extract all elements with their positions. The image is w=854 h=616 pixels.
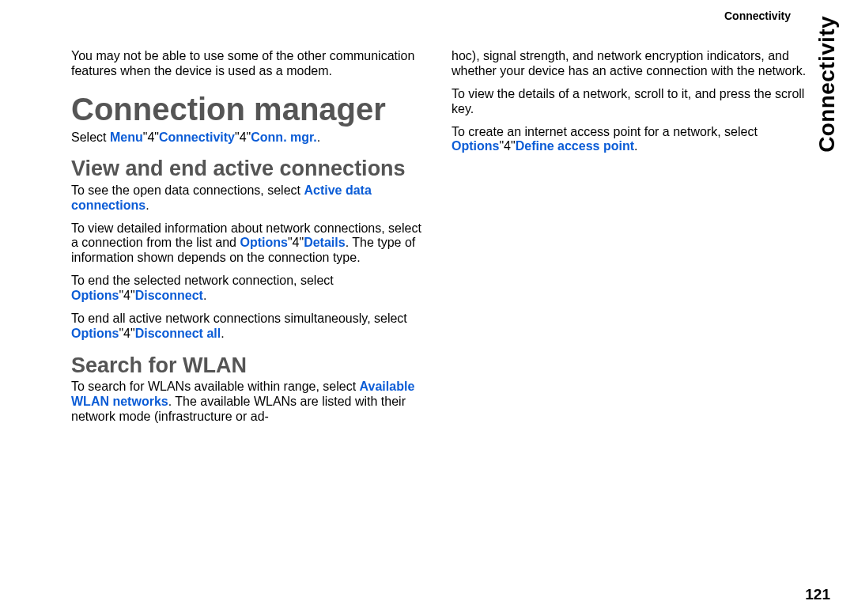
column-left: You may not be able to use some of the o… xyxy=(71,49,426,433)
subheading-search-wlan: Search for WLAN xyxy=(71,354,426,376)
text-period: . xyxy=(145,198,149,212)
text: To search for WLANs available within ran… xyxy=(71,380,360,393)
nav-menu: Menu xyxy=(110,130,143,144)
kw-details: Details xyxy=(304,236,345,249)
section-title: Connection manager xyxy=(71,93,426,126)
text: To see the open data connections, select xyxy=(71,183,304,197)
nav-conn-mgr: Conn. mgr. xyxy=(251,130,317,144)
nav-select-text: Select xyxy=(71,130,110,144)
intro-paragraph: You may not be able to use some of the o… xyxy=(71,49,426,79)
column-right: hoc), signal strength, and network encry… xyxy=(452,49,807,433)
kw-options: Options xyxy=(71,289,119,302)
para-details: To view detailed information about netwo… xyxy=(71,221,426,266)
nav-sep-2: "4" xyxy=(235,130,251,144)
text: To create an internet access point for a… xyxy=(452,125,758,138)
side-tab-label: Connectivity xyxy=(814,16,840,153)
sep: "4" xyxy=(119,289,134,302)
nav-period: . xyxy=(317,130,320,144)
text: To end all active network connections si… xyxy=(71,312,407,325)
kw-options: Options xyxy=(71,327,119,340)
para-view-details: To view the details of a network, scroll… xyxy=(452,87,807,117)
text-period: . xyxy=(203,289,206,302)
kw-disconnect-all: Disconnect all xyxy=(135,327,221,340)
nav-sep-1: "4" xyxy=(143,130,159,144)
kw-options: Options xyxy=(240,236,287,249)
kw-define-access-point: Define access point xyxy=(516,139,634,153)
para-create-access-point: To create an internet access point for a… xyxy=(452,125,807,155)
sep: "4" xyxy=(288,236,304,249)
para-active-data: To see the open data connections, select… xyxy=(71,183,426,214)
text-period: . xyxy=(221,327,224,340)
para-wlan-continued: hoc), signal strength, and network encry… xyxy=(452,49,807,79)
kw-disconnect: Disconnect xyxy=(135,289,203,302)
sep: "4" xyxy=(119,327,134,340)
para-wlan-search: To search for WLANs available within ran… xyxy=(71,380,426,425)
manual-page: Connectivity Connectivity 121 You may no… xyxy=(0,0,854,616)
page-number: 121 xyxy=(805,586,830,603)
running-header: Connectivity xyxy=(724,9,791,22)
subheading-view-end: View and end active connections xyxy=(71,157,426,180)
two-column-layout: You may not be able to use some of the o… xyxy=(71,49,807,433)
para-disconnect-all: To end all active network connections si… xyxy=(71,312,426,342)
text: To end the selected network connection, … xyxy=(71,274,334,287)
text-period: . xyxy=(634,139,637,153)
sep: "4" xyxy=(499,139,515,153)
nav-path: Select Menu"4"Connectivity"4"Conn. mgr.. xyxy=(71,130,426,145)
nav-connectivity: Connectivity xyxy=(159,130,235,144)
para-disconnect: To end the selected network connection, … xyxy=(71,274,426,304)
kw-options: Options xyxy=(452,139,499,153)
